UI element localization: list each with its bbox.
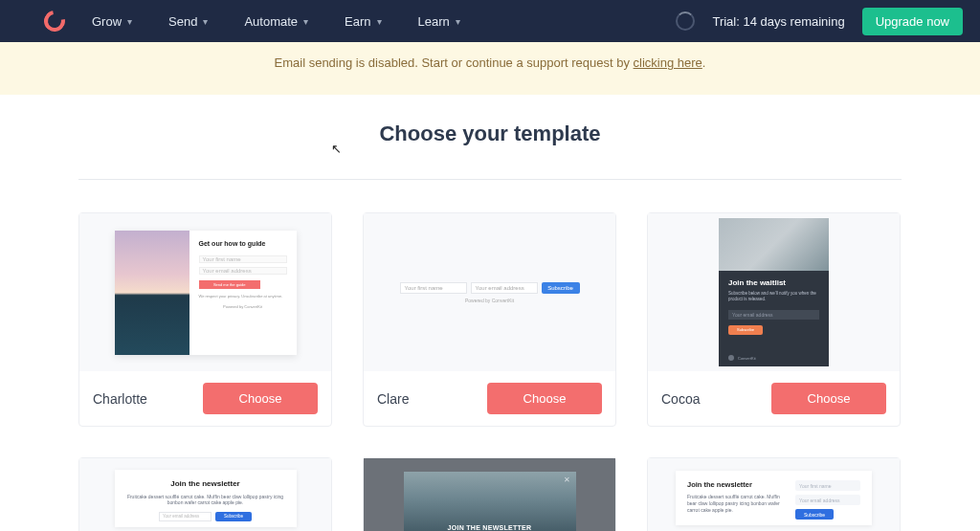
chevron-down-icon: ▾ — [377, 16, 382, 27]
template-preview[interactable]: Your first name Your email address Subsc… — [364, 213, 615, 371]
choose-button[interactable]: Choose — [771, 383, 886, 414]
preview-image — [719, 218, 829, 271]
banner-text: Email sending is disabled. Start or cont… — [275, 55, 634, 70]
divider — [78, 179, 902, 180]
banner-link[interactable]: clicking here — [634, 55, 702, 70]
template-card-charlotte: Get our how to guide Your first name You… — [78, 212, 332, 427]
preview-field: Your email address — [795, 495, 860, 505]
preview-subtext: Fruitcake dessert soufflé carrot cake. M… — [687, 494, 786, 513]
preview-subtext: Subscribe below and we'll notify you whe… — [728, 291, 819, 302]
template-preview[interactable]: Join the waitlist Subscribe below and we… — [648, 213, 900, 371]
nav-label: Earn — [345, 14, 370, 29]
template-preview[interactable]: Join the newsletter Fruitcake dessert so… — [648, 458, 900, 531]
close-icon: ✕ — [564, 476, 570, 484]
preview-button: Subscribe — [795, 509, 834, 520]
template-name: Cocoa — [661, 391, 700, 407]
preview-heading: JOIN THE NEWSLETTER — [404, 524, 576, 531]
preview-field: Your email address — [471, 282, 538, 294]
preview-button: Send me the guide — [199, 280, 260, 289]
template-card-clare: Your first name Your email address Subsc… — [363, 212, 616, 427]
nav-item-grow[interactable]: Grow▾ — [92, 14, 132, 29]
template-card: Join the newsletter Fruitcake dessert so… — [647, 457, 901, 531]
preview-privacy: We respect your privacy. Unsubscribe at … — [199, 294, 287, 299]
chevron-down-icon: ▾ — [456, 16, 460, 27]
preview-image — [115, 231, 189, 355]
template-preview[interactable]: Join the newsletter Fruitcake dessert so… — [79, 458, 331, 531]
preview-heading: Get our how to guide — [199, 240, 287, 248]
alert-banner: Email sending is disabled. Start or cont… — [0, 42, 980, 95]
logo-dot-icon — [728, 355, 734, 361]
template-preview[interactable]: ✕ JOIN THE NEWSLETTER — [364, 458, 615, 531]
preview-powered: Powered by ConvertKit — [199, 304, 287, 309]
choose-button[interactable]: Choose — [203, 383, 318, 414]
preview-button: Subscribe — [728, 325, 763, 335]
template-card-cocoa: Join the waitlist Subscribe below and we… — [647, 212, 901, 427]
nav-label: Grow — [92, 14, 122, 29]
preview-subtext: Fruitcake dessert soufflé carrot cake. M… — [126, 494, 285, 506]
nav-item-earn[interactable]: Earn▾ — [345, 14, 381, 29]
page-title: Choose your template — [0, 122, 980, 146]
nav-right: Trial: 14 days remaining Upgrade now — [676, 8, 963, 35]
chevron-down-icon: ▾ — [127, 16, 132, 27]
template-card: ✕ JOIN THE NEWSLETTER — [363, 457, 616, 531]
nav-item-learn[interactable]: Learn▾ — [418, 14, 460, 29]
preview-button: Subscribe — [215, 512, 252, 521]
template-name: Clare — [377, 391, 409, 407]
preview-heading: Join the waitlist — [728, 278, 819, 287]
preview-field: Your first name — [795, 480, 860, 491]
preview-field: Your email address — [159, 512, 212, 521]
preview-powered: Powered by ConvertKit — [465, 298, 514, 303]
nav-items: Grow▾ Send▾ Automate▾ Earn▾ Learn▾ — [92, 14, 460, 29]
template-preview[interactable]: Get our how to guide Your first name You… — [79, 213, 331, 371]
preview-field: Your first name — [400, 282, 467, 294]
template-grid: Get our how to guide Your first name You… — [78, 212, 902, 427]
preview-heading: Join the newsletter — [687, 480, 786, 489]
nav-label: Learn — [418, 14, 450, 29]
upgrade-button[interactable]: Upgrade now — [862, 8, 963, 35]
template-grid-row2: Join the newsletter Fruitcake dessert so… — [78, 457, 902, 531]
preview-field: Your email address — [199, 267, 287, 275]
preview-button: Subscribe — [542, 282, 580, 294]
chevron-down-icon: ▾ — [203, 16, 208, 27]
nav-item-automate[interactable]: Automate▾ — [244, 14, 308, 29]
template-name: Charlotte — [93, 391, 147, 407]
nav-item-send[interactable]: Send▾ — [168, 14, 208, 29]
top-nav: Grow▾ Send▾ Automate▾ Earn▾ Learn▾ Trial… — [0, 0, 980, 42]
banner-text-after: . — [702, 55, 706, 70]
brand-logo-icon[interactable] — [40, 7, 70, 36]
preview-heading: Join the newsletter — [126, 479, 285, 488]
preview-field: Your email address — [728, 310, 819, 320]
preview-field: Your first name — [199, 255, 287, 263]
chevron-down-icon: ▾ — [303, 16, 308, 27]
choose-button[interactable]: Choose — [487, 383, 602, 414]
preview-powered: ConvertKit — [738, 356, 756, 361]
nav-label: Send — [168, 14, 197, 29]
nav-label: Automate — [244, 14, 298, 29]
loading-icon — [676, 11, 695, 31]
template-card: Join the newsletter Fruitcake dessert so… — [78, 457, 332, 531]
trial-status: Trial: 14 days remaining — [712, 14, 844, 29]
